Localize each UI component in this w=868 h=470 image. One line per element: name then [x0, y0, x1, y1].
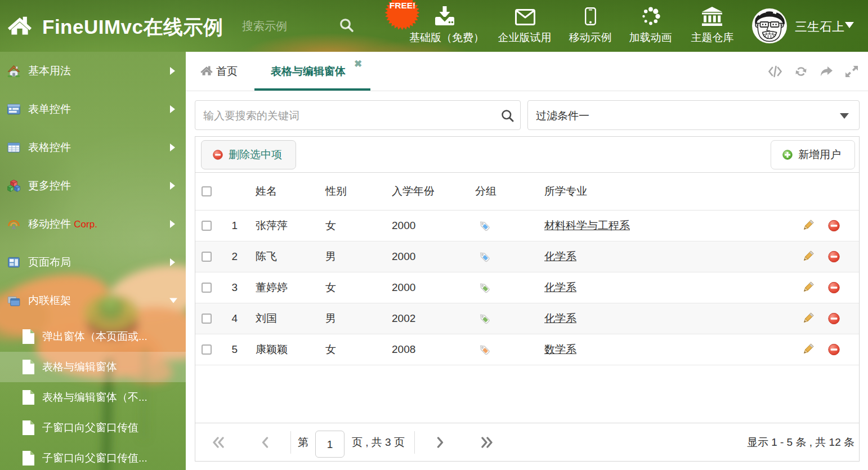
- svg-text:FREE!: FREE!: [390, 1, 416, 10]
